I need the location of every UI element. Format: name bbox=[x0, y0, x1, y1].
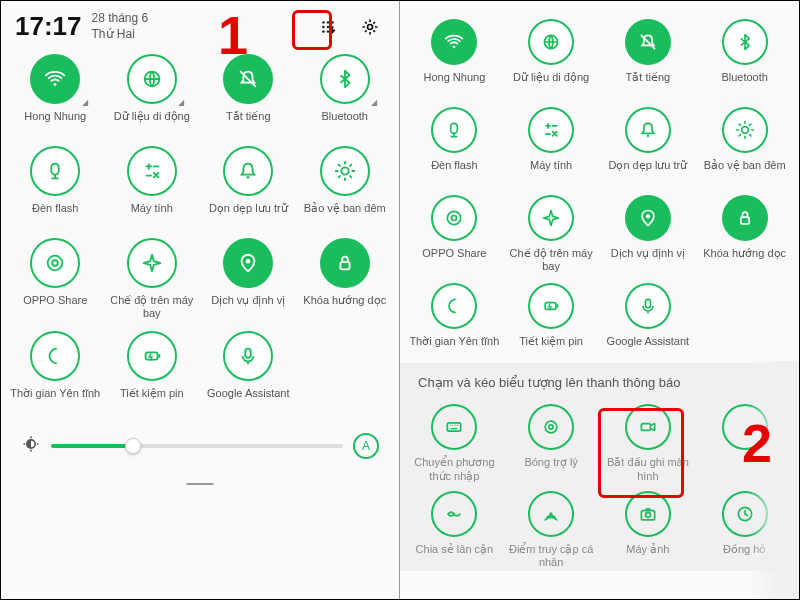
cleanup-icon[interactable] bbox=[625, 107, 671, 153]
tile-nearby-share[interactable]: Chia sẻ lân cận bbox=[406, 489, 503, 571]
tile-label: Đèn flash bbox=[431, 159, 477, 185]
eye-comfort-icon[interactable] bbox=[320, 146, 370, 196]
input-method-icon[interactable] bbox=[431, 404, 477, 450]
tile-label: Tiết kiệm pin bbox=[120, 387, 184, 413]
camera-icon[interactable] bbox=[625, 491, 671, 537]
tile-label: Google Assistant bbox=[607, 335, 690, 361]
tile-label: Thời gian Yên tĩnh bbox=[10, 387, 100, 413]
tile-battery-saver[interactable]: Tiết kiệm pin bbox=[104, 329, 201, 415]
tile-google-assistant[interactable]: Google Assistant bbox=[600, 281, 697, 363]
calculator-icon[interactable] bbox=[528, 107, 574, 153]
tile-wifi[interactable]: Hong Nhung bbox=[406, 17, 503, 99]
tile-label: Dọn dẹp lưu trữ bbox=[209, 202, 288, 228]
tile-cleanup[interactable]: Dọn dẹp lưu trữ bbox=[600, 105, 697, 187]
tile-label: Khóa hướng dọc bbox=[703, 247, 786, 273]
tile-eye-comfort[interactable]: Bảo vệ ban đêm bbox=[297, 144, 394, 230]
tile-label: Đèn flash bbox=[32, 202, 78, 228]
airplane-icon[interactable] bbox=[127, 238, 177, 288]
tile-mobile-data[interactable]: Dữ liệu di động◢ bbox=[104, 52, 201, 138]
nearby-share-icon[interactable] bbox=[431, 491, 477, 537]
bluetooth-icon[interactable] bbox=[722, 19, 768, 65]
tile-label: Bluetooth bbox=[721, 71, 767, 97]
tile-clock[interactable]: Đồng hồ bbox=[696, 489, 793, 571]
calculator-icon[interactable] bbox=[127, 146, 177, 196]
edit-tiles-button[interactable] bbox=[313, 12, 343, 42]
tile-flashlight[interactable]: Đèn flash bbox=[406, 105, 503, 187]
cleanup-icon[interactable] bbox=[223, 146, 273, 196]
battery-saver-icon[interactable] bbox=[528, 283, 574, 329]
tile-label: Máy tính bbox=[131, 202, 173, 228]
airplane-icon[interactable] bbox=[528, 195, 574, 241]
tile-battery-saver[interactable]: Tiết kiệm pin bbox=[503, 281, 600, 363]
mobile-data-icon[interactable] bbox=[528, 19, 574, 65]
settings-gear-icon[interactable] bbox=[355, 12, 385, 42]
oppo-share-icon[interactable] bbox=[30, 238, 80, 288]
tile-airplane[interactable]: Chế độ trên máy bay bbox=[104, 236, 201, 322]
quiet-time-icon[interactable] bbox=[431, 283, 477, 329]
tile-airplane[interactable]: Chế độ trên máy bay bbox=[503, 193, 600, 275]
tile-google-assistant[interactable]: Google Assistant bbox=[200, 329, 297, 415]
tile-label: Tiết kiệm pin bbox=[519, 335, 583, 361]
flashlight-icon[interactable] bbox=[431, 107, 477, 153]
mobile-data-icon[interactable] bbox=[127, 54, 177, 104]
tile-location[interactable]: Dịch vụ định vị bbox=[600, 193, 697, 275]
tile-eye-comfort[interactable]: Bảo vệ ban đêm bbox=[696, 105, 793, 187]
google-assistant-icon[interactable] bbox=[223, 331, 273, 381]
tile-label: Hong Nhung bbox=[423, 71, 485, 97]
tile-bluetooth[interactable]: Bluetooth◢ bbox=[297, 52, 394, 138]
assistive-ball-icon[interactable] bbox=[528, 404, 574, 450]
battery-saver-icon[interactable] bbox=[127, 331, 177, 381]
tile-quiet-time[interactable]: Thời gian Yên tĩnh bbox=[406, 281, 503, 363]
tile-label: OPPO Share bbox=[422, 247, 486, 273]
wifi-icon[interactable] bbox=[30, 54, 80, 104]
tile-camera[interactable]: Máy ảnh bbox=[600, 489, 697, 571]
tile-mute[interactable]: Tắt tiếng bbox=[200, 52, 297, 138]
date-line2: Thứ Hai bbox=[92, 27, 149, 43]
tile-assistive-ball[interactable]: Bóng trợ lý bbox=[503, 402, 600, 484]
rotation-lock-icon[interactable] bbox=[722, 195, 768, 241]
tile-input-method[interactable]: Chuyển phương thức nhập bbox=[406, 402, 503, 484]
quick-settings-panel-step1: 17:17 28 tháng 6 Thứ Hai Hong Nhung◢Dữ l… bbox=[1, 1, 400, 599]
brightness-slider[interactable] bbox=[51, 444, 343, 448]
tile-rotation-lock[interactable]: Khóa hướng dọc bbox=[696, 193, 793, 275]
wifi-icon[interactable] bbox=[431, 19, 477, 65]
clock-time: 17:17 bbox=[15, 11, 82, 42]
auto-brightness-toggle[interactable]: A bbox=[353, 433, 379, 459]
tile-location[interactable]: Dịch vụ định vị bbox=[200, 236, 297, 322]
location-icon[interactable] bbox=[223, 238, 273, 288]
step-number-1: 1 bbox=[218, 4, 248, 66]
tile-label: Dọn dẹp lưu trữ bbox=[609, 159, 688, 185]
tile-screen-record[interactable]: Bắt đầu ghi màn hình bbox=[600, 402, 697, 484]
tile-quiet-time[interactable]: Thời gian Yên tĩnh bbox=[7, 329, 104, 415]
bluetooth-icon[interactable] bbox=[320, 54, 370, 104]
tile-cleanup[interactable]: Dọn dẹp lưu trữ bbox=[200, 144, 297, 230]
tile-bluetooth[interactable]: Bluetooth bbox=[696, 17, 793, 99]
tile-calculator[interactable]: Máy tính bbox=[104, 144, 201, 230]
flashlight-icon[interactable] bbox=[30, 146, 80, 196]
hotspot-icon[interactable] bbox=[528, 491, 574, 537]
tile-oppo-share[interactable]: OPPO Share bbox=[7, 236, 104, 322]
brightness-row: A bbox=[1, 415, 399, 465]
mute-icon[interactable] bbox=[625, 19, 671, 65]
tile-mobile-data[interactable]: Dữ liệu di động bbox=[503, 17, 600, 99]
tile-mute[interactable]: Tắt tiếng bbox=[600, 17, 697, 99]
clock-icon[interactable] bbox=[722, 491, 768, 537]
tile-label: Máy tính bbox=[530, 159, 572, 185]
tile-flashlight[interactable]: Đèn flash bbox=[7, 144, 104, 230]
available-tiles-tray: Chuyển phương thức nhậpBóng trợ lýBắt đầ… bbox=[400, 398, 799, 571]
eye-comfort-icon[interactable] bbox=[722, 107, 768, 153]
screen-record-icon[interactable] bbox=[625, 404, 671, 450]
tile-label: Chế độ trên máy bay bbox=[506, 247, 596, 273]
tile-calculator[interactable]: Máy tính bbox=[503, 105, 600, 187]
tile-label: Bảo vệ ban đêm bbox=[304, 202, 386, 228]
drag-handle-icon[interactable] bbox=[186, 481, 214, 485]
location-icon[interactable] bbox=[625, 195, 671, 241]
tile-rotation-lock[interactable]: Khóa hướng dọc bbox=[297, 236, 394, 322]
rotation-lock-icon[interactable] bbox=[320, 238, 370, 288]
oppo-share-icon[interactable] bbox=[431, 195, 477, 241]
tile-wifi[interactable]: Hong Nhung◢ bbox=[7, 52, 104, 138]
quiet-time-icon[interactable] bbox=[30, 331, 80, 381]
tile-oppo-share[interactable]: OPPO Share bbox=[406, 193, 503, 275]
google-assistant-icon[interactable] bbox=[625, 283, 671, 329]
tile-hotspot[interactable]: Điểm truy cập cá nhân bbox=[503, 489, 600, 571]
